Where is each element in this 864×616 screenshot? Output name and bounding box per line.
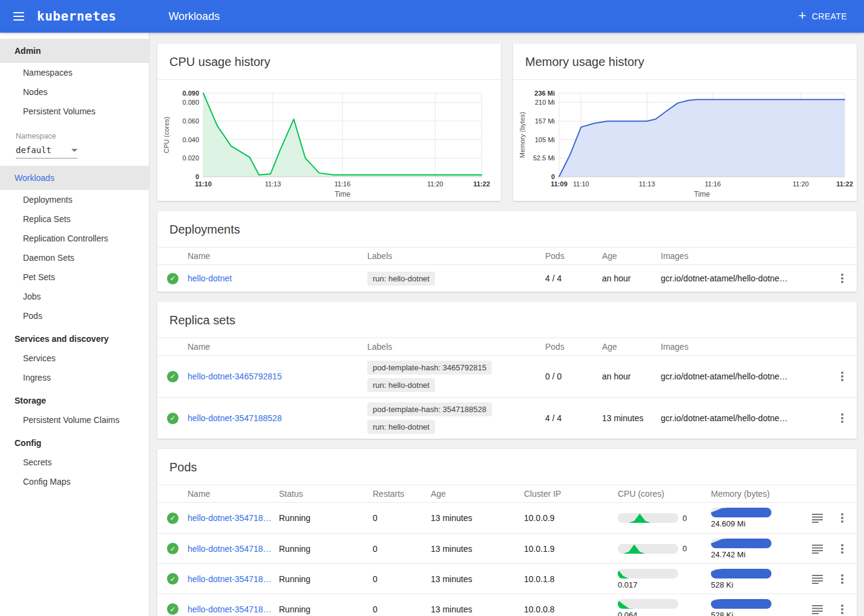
deployment-link[interactable]: hello-dotnet bbox=[188, 274, 367, 283]
sidebar-item-label: Deployments bbox=[23, 195, 73, 205]
svg-text:CPU (cores): CPU (cores) bbox=[163, 117, 170, 154]
cpu-chart-title: CPU usage history bbox=[157, 44, 501, 80]
kebab-menu-icon[interactable] bbox=[837, 370, 847, 383]
pod-link[interactable]: hello-dotnet-354718… bbox=[188, 605, 279, 614]
svg-text:157 Mi: 157 Mi bbox=[535, 117, 555, 125]
cluster-ip-cell: 10.0.1.8 bbox=[524, 574, 618, 584]
status-ok-icon: ✓ bbox=[167, 603, 178, 615]
col-header-cpu: CPU (cores) bbox=[618, 489, 711, 499]
sidebar-item-nodes[interactable]: Nodes bbox=[0, 82, 149, 102]
sidebar-item-pods[interactable]: Pods bbox=[0, 306, 149, 326]
sidebar-item-deployments[interactable]: Deployments bbox=[0, 190, 149, 209]
sidebar-item-label: Replica Sets bbox=[23, 214, 71, 224]
logs-button[interactable] bbox=[812, 605, 823, 614]
images-cell: gcr.io/dotnet-atamel/hello-dotne… bbox=[661, 372, 828, 381]
memory-sparkline-cell: 24.609 Mi bbox=[711, 508, 796, 528]
logs-button[interactable] bbox=[812, 574, 823, 584]
restarts-cell: 0 bbox=[373, 513, 431, 523]
kebab-menu-icon[interactable] bbox=[837, 603, 847, 616]
brand-logo[interactable]: kubernetes bbox=[37, 9, 116, 24]
kebab-menu-icon[interactable] bbox=[837, 572, 847, 586]
svg-text:0.060: 0.060 bbox=[182, 117, 199, 125]
col-header-pods: Pods bbox=[545, 342, 602, 352]
sidebar-item-persistent-volumes[interactable]: Persistent Volumes bbox=[0, 102, 149, 121]
age-cell: an hour bbox=[602, 372, 661, 381]
logs-button[interactable] bbox=[812, 513, 823, 523]
svg-text:11:13: 11:13 bbox=[639, 180, 655, 188]
main-content: CPU usage history 00.0200.0400.0600.0800… bbox=[149, 33, 864, 616]
replica-set-link[interactable]: hello-dotnet-3547188528 bbox=[188, 413, 367, 423]
cpu-sparkline bbox=[618, 599, 678, 609]
label-chip: run: hello-dotnet bbox=[367, 420, 435, 434]
deployments-header-row: Name Labels Pods Age Images bbox=[157, 247, 857, 265]
sidebar-item-label: Pods bbox=[23, 311, 42, 321]
sidebar-item-label: Daemon Sets bbox=[23, 253, 74, 263]
create-button-label: CREATE bbox=[812, 11, 847, 21]
restarts-cell: 0 bbox=[373, 605, 431, 614]
sidebar-item-daemon-sets[interactable]: Daemon Sets bbox=[0, 248, 149, 267]
sidebar-item-label: Replication Controllers bbox=[23, 234, 108, 243]
sidebar-item-pet-sets[interactable]: Pet Sets bbox=[0, 267, 149, 287]
sidebar-item-label: Persistent Volume Claims bbox=[23, 415, 120, 425]
sidebar-item-admin[interactable]: Admin bbox=[0, 39, 149, 63]
replica-set-link[interactable]: hello-dotnet-3465792815 bbox=[188, 372, 367, 381]
col-header-age: Age bbox=[431, 489, 524, 499]
sidebar-item-label: Ingress bbox=[23, 373, 51, 382]
table-row: ✓ hello-dotnet-354718… Running 0 13 minu… bbox=[157, 533, 857, 563]
kebab-menu-icon[interactable] bbox=[837, 411, 847, 425]
sidebar-item-workloads[interactable]: Workloads bbox=[0, 166, 149, 190]
svg-text:11:13: 11:13 bbox=[265, 180, 281, 188]
sidebar-item-label: Secrets bbox=[23, 457, 51, 467]
sidebar-item-secrets[interactable]: Secrets bbox=[0, 453, 149, 472]
svg-text:11:10: 11:10 bbox=[195, 180, 212, 188]
pods-cell: 4 / 4 bbox=[545, 274, 602, 283]
sidebar-item-replication-controllers[interactable]: Replication Controllers bbox=[0, 229, 149, 248]
svg-text:Memory (bytes): Memory (bytes) bbox=[519, 112, 526, 158]
replica-sets-card: Replica sets Name Labels Pods Age Images… bbox=[157, 302, 857, 439]
logs-button[interactable] bbox=[812, 544, 823, 554]
namespace-value: default bbox=[16, 145, 51, 155]
sidebar-item-label: Nodes bbox=[23, 87, 47, 97]
table-row: ✓ hello-dotnet run: hello-dotnet 4 / 4 a… bbox=[157, 265, 857, 292]
sidebar-item-ingress[interactable]: Ingress bbox=[0, 368, 149, 387]
status-cell: Running bbox=[279, 605, 373, 614]
col-header-images: Images bbox=[661, 342, 828, 352]
pod-link[interactable]: hello-dotnet-354718… bbox=[188, 574, 279, 584]
sidebar-header-label: Config bbox=[15, 438, 41, 448]
sidebar-item-config-maps[interactable]: Config Maps bbox=[0, 472, 149, 491]
svg-text:11:10: 11:10 bbox=[573, 180, 589, 188]
kebab-menu-icon[interactable] bbox=[837, 511, 847, 525]
age-cell: 13 minutes bbox=[431, 605, 524, 614]
sidebar-header-services-and-discovery: Services and discovery bbox=[0, 329, 149, 349]
memory-sparkline-cell: 528 Ki bbox=[711, 599, 796, 616]
memory-chart-title: Memory usage history bbox=[513, 44, 857, 80]
sidebar-item-services[interactable]: Services bbox=[0, 349, 149, 368]
sidebar-item-jobs[interactable]: Jobs bbox=[0, 287, 149, 306]
cpu-sparkline bbox=[618, 513, 678, 523]
pods-header-row: Name Status Restarts Age Cluster IP CPU … bbox=[157, 485, 857, 503]
col-header-name: Name bbox=[188, 489, 279, 499]
pod-link[interactable]: hello-dotnet-354718… bbox=[188, 513, 279, 523]
age-cell: 13 minutes bbox=[431, 513, 524, 523]
sidebar-item-persistent-volume-claims[interactable]: Persistent Volume Claims bbox=[0, 410, 149, 430]
kebab-menu-icon[interactable] bbox=[837, 272, 847, 285]
create-button[interactable]: + CREATE bbox=[797, 7, 848, 26]
kebab-menu-icon[interactable] bbox=[837, 542, 847, 555]
table-row: ✓ hello-dotnet-354718… Running 0 13 minu… bbox=[157, 594, 857, 616]
cluster-ip-cell: 10.0.1.9 bbox=[524, 544, 618, 554]
pod-link[interactable]: hello-dotnet-354718… bbox=[188, 544, 279, 554]
col-header-labels: Labels bbox=[367, 251, 545, 261]
restarts-cell: 0 bbox=[373, 544, 431, 554]
menu-icon[interactable] bbox=[13, 12, 24, 21]
sidebar-item-label: Workloads bbox=[15, 173, 54, 183]
svg-text:11:20: 11:20 bbox=[427, 180, 443, 188]
sidebar-item-replica-sets[interactable]: Replica Sets bbox=[0, 209, 149, 229]
pods-card: Pods Name Status Restarts Age Cluster IP… bbox=[157, 449, 857, 616]
svg-text:0.020: 0.020 bbox=[182, 154, 199, 162]
svg-text:236 Mi: 236 Mi bbox=[534, 90, 555, 97]
sidebar-item-namespaces[interactable]: Namespaces bbox=[0, 63, 149, 82]
sidebar-header-config: Config bbox=[0, 433, 149, 453]
cpu-sparkline-cell: 0.017 bbox=[618, 569, 698, 589]
memory-sparkline bbox=[711, 539, 771, 548]
namespace-select[interactable]: default bbox=[16, 145, 77, 159]
